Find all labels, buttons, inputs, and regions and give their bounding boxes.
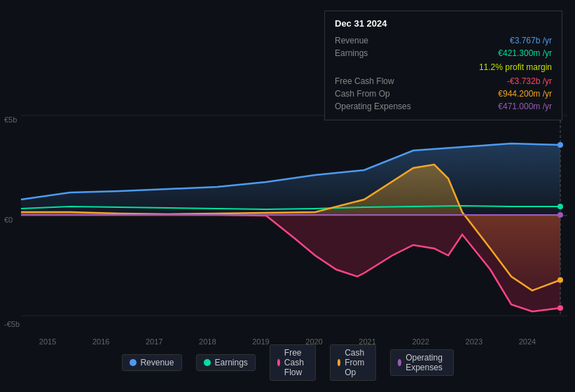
chart-svg	[0, 108, 575, 350]
legend-revenue[interactable]: Revenue	[121, 354, 181, 371]
revenue-legend-label: Revenue	[140, 358, 174, 368]
legend-cashfromop[interactable]: Cash From Op	[330, 344, 376, 381]
fcf-dot	[557, 305, 563, 311]
fcf-legend-dot	[277, 359, 280, 366]
tooltip-title: Dec 31 2024	[335, 18, 552, 29]
x-label-2024: 2024	[519, 337, 536, 346]
profit-margin-value: 11.2% profit margin	[479, 61, 552, 74]
opex-dot	[557, 212, 563, 218]
cashfromop-dot	[557, 277, 563, 283]
tooltip-cashfromop: Cash From Op €944.200m /yr	[335, 88, 552, 100]
tooltip-earnings: Earnings €421.300m /yr	[335, 47, 552, 59]
fcf-legend-label: Free Cash Flow	[284, 348, 308, 377]
tooltip-opex: Operating Expenses €471.000m /yr	[335, 100, 552, 113]
opex-legend-dot	[398, 359, 401, 366]
revenue-dot	[557, 142, 563, 148]
x-label-2023: 2023	[466, 337, 483, 346]
opex-value: €471.000m /yr	[498, 102, 552, 111]
opex-label: Operating Expenses	[335, 102, 411, 111]
x-label-2015: 2015	[39, 337, 56, 346]
revenue-area-fill	[21, 144, 560, 216]
legend-fcf[interactable]: Free Cash Flow	[270, 344, 316, 381]
opex-legend-label: Operating Expenses	[406, 353, 445, 372]
tooltip-profit-margin: 11.2% profit margin	[335, 59, 552, 75]
fcf-label: Free Cash Flow	[335, 76, 394, 86]
legend-earnings[interactable]: Earnings	[195, 354, 255, 371]
fcf-value: -€3.732b /yr	[507, 76, 552, 86]
legend-opex[interactable]: Operating Expenses	[390, 349, 454, 376]
cashfromop-legend-label: Cash From Op	[345, 348, 368, 377]
chart-legend: Revenue Earnings Free Cash Flow Cash Fro…	[121, 344, 453, 381]
cashfromop-value: €944.200m /yr	[498, 89, 552, 99]
earnings-label: Earnings	[335, 48, 368, 58]
earnings-value: €421.300m /yr	[498, 48, 552, 58]
revenue-legend-dot	[129, 359, 136, 366]
cashfromop-label: Cash From Op	[335, 89, 390, 99]
revenue-label: Revenue	[335, 36, 368, 46]
earnings-legend-label: Earnings	[214, 358, 247, 368]
tooltip-revenue: Revenue €3.767b /yr	[335, 34, 552, 47]
tooltip-panel: Dec 31 2024 Revenue €3.767b /yr Earnings…	[324, 10, 562, 120]
tooltip-fcf: Free Cash Flow -€3.732b /yr	[335, 75, 552, 88]
revenue-value: €3.767b /yr	[510, 36, 552, 46]
earnings-dot	[557, 204, 563, 209]
fcf-area-fill	[266, 216, 560, 312]
earnings-legend-dot	[203, 359, 210, 366]
cashfromop-legend-dot	[338, 359, 340, 366]
x-label-2016: 2016	[92, 337, 109, 346]
